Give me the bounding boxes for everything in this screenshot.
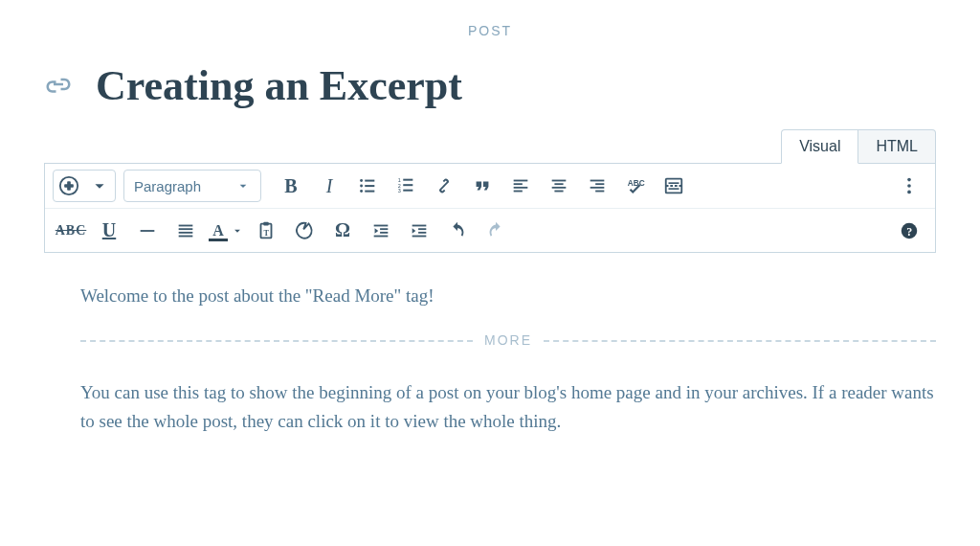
divider-dash: [544, 340, 936, 342]
svg-rect-41: [374, 224, 389, 226]
svg-rect-44: [374, 235, 389, 237]
svg-rect-19: [554, 191, 563, 193]
strikethrough-button[interactable]: ABC: [53, 213, 89, 249]
spellcheck-button[interactable]: ABC: [617, 168, 654, 204]
indent-button[interactable]: [401, 213, 437, 249]
align-justify-button[interactable]: [167, 213, 204, 249]
paragraph-format-select[interactable]: Paragraph: [123, 170, 261, 202]
svg-rect-26: [669, 182, 679, 184]
help-button[interactable]: ?: [891, 213, 927, 249]
svg-rect-37: [179, 235, 193, 237]
svg-rect-4: [365, 185, 374, 187]
svg-rect-11: [403, 190, 412, 192]
svg-rect-13: [514, 183, 523, 185]
svg-rect-14: [514, 187, 528, 189]
blockquote-button[interactable]: [464, 168, 501, 204]
italic-button[interactable]: I: [311, 168, 347, 204]
svg-rect-43: [380, 231, 388, 233]
svg-rect-45: [412, 224, 427, 226]
horizontal-rule-button[interactable]: [129, 213, 166, 249]
svg-rect-33: [141, 230, 155, 232]
svg-rect-21: [595, 183, 604, 185]
format-select-label: Paragraph: [134, 178, 201, 194]
svg-point-31: [907, 184, 911, 188]
svg-rect-29: [669, 188, 679, 190]
svg-point-30: [907, 178, 911, 182]
svg-rect-36: [179, 231, 193, 233]
svg-point-2: [360, 190, 363, 193]
text-color-button[interactable]: A: [206, 213, 246, 249]
svg-point-0: [360, 179, 363, 182]
svg-point-1: [360, 185, 363, 188]
paste-as-text-button[interactable]: T: [248, 213, 284, 249]
editor-mode-tabs: Visual HTML: [44, 129, 936, 164]
insert-content-group: [53, 170, 116, 202]
numbered-list-button[interactable]: 123: [388, 168, 424, 204]
svg-rect-35: [179, 228, 193, 230]
special-character-button[interactable]: Ω: [324, 213, 361, 249]
bold-button[interactable]: B: [273, 168, 309, 204]
tab-visual[interactable]: Visual: [781, 129, 858, 164]
svg-rect-12: [514, 180, 528, 182]
content-paragraph: Welcome to the post about the "Read More…: [80, 282, 936, 309]
svg-rect-34: [179, 224, 193, 226]
svg-rect-22: [590, 187, 605, 189]
content-paragraph: You can use this tag to show the beginni…: [80, 378, 936, 435]
read-more-divider[interactable]: MORE: [80, 330, 936, 352]
divider-dash: [80, 340, 473, 342]
svg-text:T: T: [264, 228, 270, 237]
permalink-icon[interactable]: [44, 70, 73, 102]
svg-rect-20: [590, 180, 605, 182]
undo-button[interactable]: [439, 213, 476, 249]
svg-rect-23: [595, 191, 604, 193]
remove-formatting-button[interactable]: [286, 213, 323, 249]
svg-rect-18: [552, 187, 567, 189]
add-content-button[interactable]: [54, 171, 84, 201]
chevron-down-icon: [231, 224, 244, 238]
align-left-button[interactable]: [502, 168, 539, 204]
chevron-down-icon: [235, 178, 251, 193]
bullet-list-button[interactable]: [349, 168, 386, 204]
link-button[interactable]: [426, 168, 462, 204]
svg-rect-48: [412, 235, 427, 237]
svg-rect-10: [403, 184, 412, 186]
align-right-button[interactable]: [579, 168, 615, 204]
tab-html[interactable]: HTML: [858, 129, 936, 164]
post-type-label: POST: [0, 0, 980, 38]
svg-rect-5: [365, 191, 374, 193]
svg-rect-17: [554, 183, 563, 185]
redo-button[interactable]: [478, 213, 514, 249]
svg-rect-3: [365, 180, 374, 182]
svg-rect-16: [552, 180, 567, 182]
svg-text:?: ?: [906, 224, 912, 238]
editor-content-area[interactable]: Welcome to the post about the "Read More…: [0, 253, 980, 435]
kitchen-sink-toggle[interactable]: [891, 168, 927, 204]
more-label: MORE: [484, 330, 532, 352]
svg-rect-9: [403, 179, 412, 181]
svg-rect-47: [418, 231, 426, 233]
svg-rect-39: [263, 221, 269, 225]
editor-toolbar: Paragraph B I 123: [44, 163, 936, 253]
svg-rect-42: [380, 228, 388, 230]
svg-point-32: [907, 191, 911, 194]
post-title[interactable]: Creating an Excerpt: [96, 61, 462, 110]
svg-text:ABC: ABC: [628, 179, 645, 188]
svg-rect-15: [514, 191, 523, 193]
align-center-button[interactable]: [541, 168, 577, 204]
underline-button[interactable]: U: [91, 213, 127, 249]
outdent-button[interactable]: [363, 213, 399, 249]
svg-rect-46: [418, 228, 426, 230]
read-more-button[interactable]: [656, 168, 692, 204]
svg-text:3: 3: [398, 188, 401, 193]
add-content-dropdown[interactable]: [84, 171, 115, 201]
